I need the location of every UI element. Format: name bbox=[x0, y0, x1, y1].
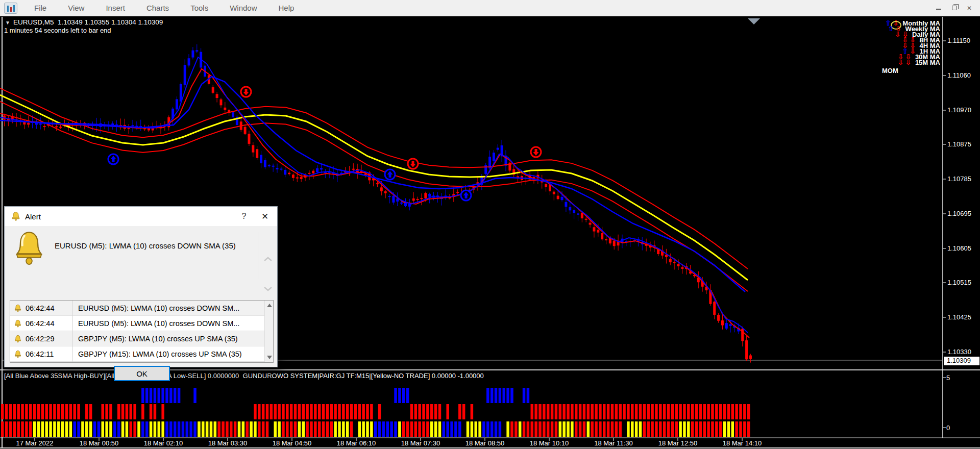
alert-history-list[interactable]: 06:42:44EURUSD (M5): LWMA (10) crosses D… bbox=[10, 300, 274, 363]
chevron-down-icon[interactable] bbox=[263, 285, 273, 292]
indicator-label: [All Blue Above 35SMA High-BUY][All Red … bbox=[4, 372, 484, 380]
restore-icon[interactable] bbox=[946, 3, 962, 14]
dialog-close-icon[interactable]: ✕ bbox=[253, 211, 277, 222]
time-axis-label: 18 Mar 14:10 bbox=[723, 439, 762, 447]
alert-dialog-title: Alert bbox=[25, 212, 41, 221]
time-axis-label: 18 Mar 02:10 bbox=[144, 439, 183, 447]
time-axis-label: 18 Mar 10:10 bbox=[530, 439, 569, 447]
bell-icon bbox=[10, 304, 26, 312]
alert-list-row[interactable]: 06:42:11GBPJPY (M15): LWMA (10) crosses … bbox=[10, 346, 273, 362]
alert-message: EURUSD (M5): LWMA (10) crosses DOWN SMA … bbox=[55, 241, 249, 250]
menu-insert[interactable]: Insert bbox=[95, 1, 136, 15]
app-icon bbox=[4, 3, 17, 14]
menu-view[interactable]: View bbox=[57, 1, 95, 15]
price-axis-label: 1.10695 bbox=[947, 210, 971, 217]
alert-time: 06:42:44 bbox=[26, 304, 72, 312]
time-axis-label: 18 Mar 12:50 bbox=[658, 439, 698, 447]
price-axis-label: 1.10875 bbox=[947, 140, 971, 148]
price-axis-label: 1.11060 bbox=[947, 71, 971, 79]
menu-help[interactable]: Help bbox=[268, 1, 305, 15]
bell-icon bbox=[11, 211, 21, 221]
current-price-badge: 1.10309 bbox=[944, 357, 979, 365]
indicator-ribbon bbox=[1, 421, 750, 437]
price-axis-label: 1.10605 bbox=[947, 244, 971, 252]
bar-countdown: 1 minutes 54 seconds left to bar end bbox=[4, 27, 111, 34]
price-axis-label: 1.10970 bbox=[947, 106, 971, 114]
price-axis-label: 1.10330 bbox=[947, 348, 971, 356]
alert-list-row[interactable]: 06:42:44EURUSD (M5): LWMA (10) crosses D… bbox=[10, 316, 273, 331]
time-axis-label: 18 Mar 04:50 bbox=[273, 439, 312, 447]
time-axis-label: 18 Mar 00:50 bbox=[80, 439, 119, 447]
mom-label: MOM bbox=[882, 67, 898, 74]
down-arrow-icon: ⇩ bbox=[894, 32, 901, 37]
window-controls: ✕ bbox=[931, 3, 977, 14]
legend-row: ⇩⇩15M MA bbox=[884, 60, 940, 65]
alert-text: EURUSD (M5): LWMA (10) crosses DOWN SM..… bbox=[78, 304, 239, 312]
alert-bell-icon bbox=[13, 230, 45, 266]
list-scrollbar[interactable] bbox=[264, 301, 273, 362]
menu-bar: FileViewInsertChartsToolsWindowHelp ✕ bbox=[0, 0, 980, 16]
close-icon[interactable]: ✕ bbox=[962, 3, 977, 14]
down-arrow-icon: ⇩ bbox=[897, 60, 904, 65]
price-axis-label: 1.10515 bbox=[947, 279, 971, 286]
indicator-scale-bottom: 0 bbox=[946, 424, 950, 432]
chevron-up-icon[interactable] bbox=[263, 256, 273, 263]
price-axis-label: 1.11150 bbox=[947, 37, 970, 44]
bell-icon bbox=[10, 335, 26, 343]
time-axis-label: 17 Mar 2022 bbox=[16, 439, 54, 447]
alert-text: EURUSD (M5): LWMA (10) crosses DOWN SM..… bbox=[78, 319, 239, 328]
scroll-up-icon[interactable] bbox=[267, 304, 272, 307]
time-axis-label: 18 Mar 06:10 bbox=[337, 439, 376, 447]
alert-text: GBPJPY (M5): LWMA (10) crosses UP SMA (3… bbox=[78, 335, 238, 343]
bell-icon bbox=[10, 350, 26, 358]
legend-label: 15M MA bbox=[915, 60, 940, 65]
menu-window[interactable]: Window bbox=[219, 1, 267, 15]
mt4-window: FileViewInsertChartsToolsWindowHelp ✕ ▼E… bbox=[0, 0, 980, 449]
time-axis-label: 18 Mar 08:50 bbox=[465, 439, 505, 447]
ohlc-title: ▼EURUSD,M5 1.10349 1.10355 1.10304 1.103… bbox=[5, 18, 163, 26]
alert-time: 06:42:29 bbox=[26, 335, 72, 343]
menu-charts[interactable]: Charts bbox=[136, 1, 180, 15]
help-button[interactable]: ? bbox=[235, 212, 253, 221]
alert-text: GBPJPY (M15): LWMA (10) crosses UP SMA (… bbox=[78, 350, 242, 358]
alert-list-row[interactable]: 06:42:44EURUSD (M5): LWMA (10) crosses D… bbox=[10, 301, 273, 316]
ok-button[interactable]: OK bbox=[114, 366, 170, 381]
mtf-ma-legend: ⇧⇩Monthly MA⇧⇩Weekly MA⇩⇩Daily MA⇩⇩8H MA… bbox=[884, 20, 940, 65]
indicator-scale-top: 5 bbox=[946, 374, 950, 382]
time-axis-label: 18 Mar 03:30 bbox=[208, 439, 248, 447]
menu-tools[interactable]: Tools bbox=[180, 1, 219, 15]
alert-dialog-body: EURUSD (M5): LWMA (10) crosses DOWN SMA … bbox=[5, 226, 277, 368]
alert-list-row[interactable]: 06:42:29GBPJPY (M5): LWMA (10) crosses U… bbox=[10, 331, 273, 346]
bell-icon bbox=[10, 319, 26, 328]
price-axis-label: 1.10425 bbox=[947, 313, 971, 321]
alert-time: 06:42:44 bbox=[26, 319, 72, 328]
alert-dialog: Alert ? ✕ EURUSD (M5): LWMA (10) crosses… bbox=[4, 206, 278, 367]
time-axis-label: 18 Mar 11:30 bbox=[594, 439, 633, 447]
menu-file[interactable]: File bbox=[23, 1, 57, 15]
minimize-icon[interactable] bbox=[931, 3, 946, 14]
down-arrow-icon: ⇩ bbox=[904, 60, 912, 65]
alert-dialog-titlebar[interactable]: Alert ? ✕ bbox=[5, 207, 277, 226]
scroll-down-icon[interactable] bbox=[267, 356, 272, 359]
alert-time: 06:42:11 bbox=[26, 350, 72, 358]
price-axis-label: 1.10785 bbox=[947, 175, 971, 183]
up-arrow-icon: ⇧ bbox=[887, 26, 895, 32]
time-axis-label: 18 Mar 07:30 bbox=[401, 439, 440, 447]
symbol-dropdown-icon[interactable]: ▼ bbox=[5, 20, 10, 26]
